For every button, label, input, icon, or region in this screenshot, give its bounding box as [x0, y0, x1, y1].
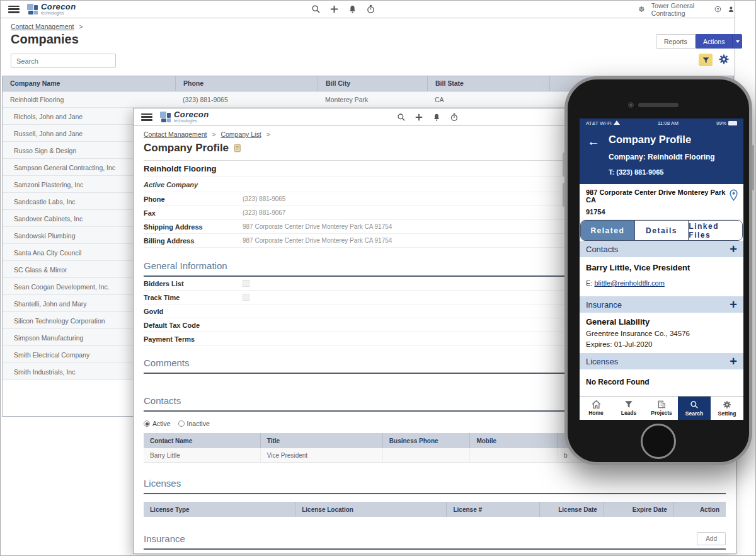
tab-related[interactable]: Related: [581, 221, 634, 240]
breadcrumb-separator: >: [212, 130, 215, 138]
timer-icon[interactable]: [366, 4, 375, 14]
cell-company-name[interactable]: Silicon Technology Corporation: [14, 317, 105, 325]
cell-mobile: [469, 448, 557, 462]
contact-email-link[interactable]: blittle@reinholdtflr.com: [594, 279, 664, 287]
settings-gear-icon[interactable]: [638, 4, 645, 14]
nav-projects[interactable]: Projects: [645, 397, 678, 420]
timer-icon[interactable]: [450, 113, 459, 122]
cell-company-name[interactable]: Sandover Cabinets, Inc: [14, 215, 83, 223]
nav-home[interactable]: Home: [580, 397, 612, 420]
address-line-2: 91754: [586, 208, 737, 216]
corecon-logo: Corecon technologies: [160, 110, 209, 124]
nav-setting[interactable]: Setting: [711, 397, 743, 420]
contact-name-link[interactable]: Barry Little: [144, 448, 260, 462]
col-bill-state[interactable]: Bill State: [427, 76, 549, 91]
actions-button-label[interactable]: Actions: [696, 34, 732, 49]
volume-down-button[interactable]: [563, 183, 565, 207]
search-icon: [690, 400, 699, 409]
home-button[interactable]: [641, 424, 676, 459]
cell-company-name[interactable]: Sandowski Plumbing: [14, 232, 75, 240]
section-label: Insurance: [586, 300, 622, 310]
filter-button[interactable]: [699, 54, 713, 66]
col-title[interactable]: Title: [260, 433, 382, 448]
col-expire-date[interactable]: Expire Date: [604, 502, 673, 517]
volume-up-button[interactable]: [563, 153, 565, 177]
col-license-location[interactable]: License Location: [295, 502, 446, 517]
cell-company-name[interactable]: Sandcastle Labs, Inc: [14, 198, 75, 206]
col-mobile[interactable]: Mobile: [469, 433, 557, 448]
col-phone[interactable]: Phone: [175, 76, 318, 91]
bidders-list-checkbox[interactable]: [243, 280, 249, 287]
actions-button: Actions: [696, 34, 742, 49]
add-insurance-icon[interactable]: +: [730, 298, 737, 311]
cell-company-name[interactable]: Smith Industrials, Inc: [14, 368, 75, 376]
cell-company-name[interactable]: Samzoni Plastering, Inc: [14, 181, 83, 188]
add-contact-icon[interactable]: +: [730, 243, 737, 255]
col-business-phone[interactable]: Business Phone: [382, 433, 470, 448]
cell-company-name[interactable]: Simpson Manufacturing: [14, 334, 83, 342]
cell-company-name[interactable]: Santa Ana City Council: [14, 249, 81, 257]
col-company-name[interactable]: Company Name: [3, 76, 175, 91]
radio-inactive[interactable]: Inactive: [178, 420, 210, 427]
cell-company-name[interactable]: Smith Electrical Company: [14, 351, 89, 359]
search-icon[interactable]: [311, 4, 321, 14]
mobile-tabs: Related Details Linked Files: [580, 220, 743, 241]
grid-settings-gear-icon[interactable]: [718, 54, 730, 65]
radio-active[interactable]: Active: [144, 420, 171, 427]
add-license-icon[interactable]: +: [730, 355, 737, 368]
screenshot-canvas: Corecon technologies Tower General Contr…: [0, 0, 756, 556]
hamburger-menu-icon[interactable]: [141, 113, 152, 121]
col-license-date[interactable]: License Date: [539, 502, 604, 517]
col-contact-name[interactable]: Contact Name: [144, 433, 260, 448]
cell-company-name[interactable]: Sean Coogan Development, Inc.: [14, 283, 110, 291]
add-icon[interactable]: [329, 4, 339, 14]
back-arrow-icon[interactable]: ←: [587, 135, 600, 148]
col-license-type[interactable]: License Type: [144, 502, 295, 517]
cell-company-name[interactable]: Richols, John and Jane: [14, 113, 83, 120]
reports-button-label[interactable]: Reports: [656, 35, 695, 48]
user-icon[interactable]: [728, 4, 735, 14]
topbar-quick-icons: [397, 113, 459, 122]
breadcrumb-contact-management[interactable]: Contact Management: [144, 130, 207, 138]
note-icon[interactable]: [234, 144, 242, 153]
tab-details[interactable]: Details: [634, 221, 689, 240]
nav-leads[interactable]: Leads: [612, 397, 645, 420]
tab-linked-files[interactable]: Linked Files: [688, 221, 742, 240]
nav-search[interactable]: Search: [678, 397, 711, 420]
hamburger-menu-icon[interactable]: [8, 6, 20, 13]
mobile-page-title: Company Profile: [609, 134, 691, 146]
search-icon[interactable]: [397, 113, 406, 122]
cell-company-name[interactable]: Russell, John and Jane: [14, 130, 83, 137]
mobile-header: AT&T Wi-Fi 11:08 AM 99% ← Company Profil…: [580, 119, 743, 184]
mobile-section-licenses: Licenses +: [580, 353, 743, 369]
power-button[interactable]: [752, 145, 754, 190]
breadcrumb-contact-management[interactable]: Contact Management: [11, 23, 74, 30]
add-insurance-button[interactable]: Add: [697, 532, 726, 545]
account-name[interactable]: Tower General Contracting: [651, 2, 708, 17]
cell-company-name[interactable]: Sampson General Contracting, Inc: [14, 164, 115, 171]
earpiece-speaker: [638, 103, 679, 107]
field-label: Track Time: [144, 294, 243, 301]
breadcrumb-company-list[interactable]: Company List: [220, 130, 261, 138]
actions-dropdown-arrow[interactable]: [732, 34, 742, 49]
add-icon[interactable]: [415, 113, 423, 122]
brand-name: Corecon: [41, 3, 76, 11]
account-area: Tower General Contracting ?: [638, 2, 735, 17]
svg-text:?: ?: [717, 8, 719, 11]
radio-active-control[interactable]: [144, 420, 150, 427]
col-bill-city[interactable]: Bill City: [318, 76, 427, 91]
bell-icon[interactable]: [432, 113, 441, 122]
track-time-checkbox[interactable]: [243, 294, 249, 301]
cell-company-name[interactable]: Russo Sign & Design: [14, 147, 76, 154]
search-input[interactable]: [11, 54, 116, 68]
section-label: Licenses: [586, 357, 618, 366]
cell-company-name[interactable]: Reinholdt Flooring: [3, 91, 175, 107]
help-icon[interactable]: ?: [714, 4, 721, 14]
cell-company-name[interactable]: Shantelli, John and Mary: [14, 300, 87, 308]
map-pin-icon[interactable]: [729, 189, 738, 201]
cell-company-name[interactable]: SC Glass & Mirror: [14, 266, 67, 274]
radio-inactive-control[interactable]: [178, 420, 185, 427]
brand-subtitle: technologies: [41, 11, 76, 16]
bell-icon[interactable]: [348, 4, 357, 14]
col-license-number[interactable]: License #: [446, 502, 539, 517]
